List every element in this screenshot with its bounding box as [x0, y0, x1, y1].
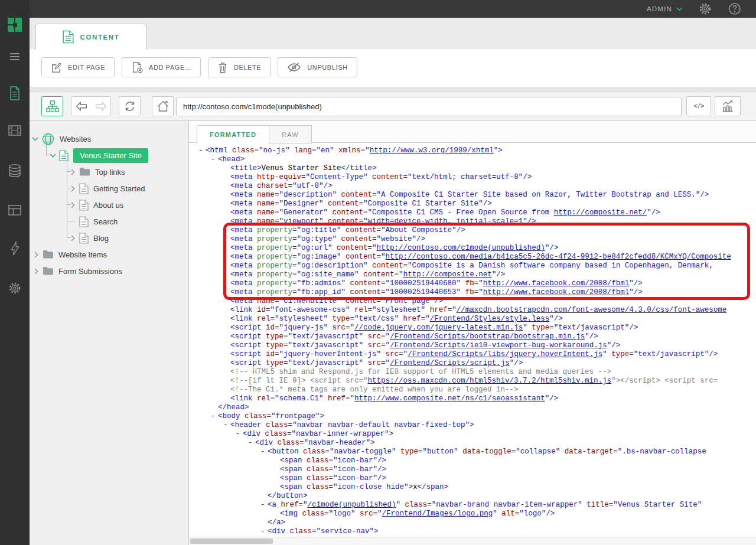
forward-button[interactable] — [91, 97, 110, 116]
tree-connector-line — [67, 204, 71, 205]
edit-page-button[interactable]: EDIT PAGE — [41, 57, 115, 77]
url-input[interactable] — [176, 97, 682, 116]
code-line: </head> — [198, 403, 756, 412]
back-button[interactable] — [71, 97, 91, 116]
horizontal-scrollbar[interactable] — [189, 537, 756, 545]
sidebar-item-menu[interactable] — [0, 45, 30, 68]
main-area: CONTENT EDIT PAGEADD PAGE...DELETEUNPUBL… — [30, 18, 756, 545]
topbar: ADMIN — [0, 0, 756, 18]
code-line: <!--[if lt IE 9]> <script src="https://o… — [198, 377, 756, 386]
tree-node-about-us[interactable]: About us — [70, 197, 123, 213]
collapse-marker[interactable]: - — [260, 448, 268, 456]
add-page-icon — [131, 61, 143, 73]
code-line: <meta property="og:url" content="http://… — [198, 244, 756, 253]
tab-formatted[interactable]: FORMATTED — [197, 125, 269, 143]
collapse-marker[interactable]: - — [236, 430, 243, 439]
tree-connector-line — [67, 237, 71, 238]
button-label: DELETE — [234, 64, 261, 71]
tree-node-website-items[interactable]: Website Items — [33, 246, 107, 263]
chevron-right-icon[interactable] — [33, 252, 40, 258]
chevron-down-icon — [676, 7, 683, 11]
chevron-down-icon[interactable] — [50, 154, 56, 158]
scrollbar-thumb[interactable] — [190, 539, 273, 544]
folder-icon — [43, 250, 54, 259]
code-line: <img class="logo" src="/Frontend/Images/… — [198, 510, 756, 518]
chevron-right-icon[interactable] — [70, 235, 76, 242]
code-line: <meta http-equiv="Content-Type" content=… — [198, 173, 756, 182]
perspective-tabstrip: CONTENT — [30, 18, 756, 49]
tree-node-form-submissions[interactable]: Form Submissions — [33, 263, 122, 279]
tree-node-top-links[interactable]: Top links — [70, 164, 125, 180]
code-line: -<div class="service-nav"> — [198, 527, 756, 536]
sidebar-item-layout[interactable] — [0, 198, 30, 222]
help-icon[interactable] — [728, 2, 742, 16]
functions-icon — [8, 241, 21, 256]
sidebar-item-data[interactable] — [0, 159, 30, 182]
code-line: <meta name="viewport" content="width=dev… — [198, 217, 756, 226]
divider — [30, 87, 756, 92]
sidebar-item-system[interactable] — [0, 276, 30, 300]
tree-node-label: Website Items — [58, 250, 107, 259]
tree-node-getting-started[interactable]: Getting Started — [70, 180, 145, 197]
admin-menu[interactable]: ADMIN — [647, 5, 683, 12]
code-line: <meta charset="utf-8"/> — [198, 182, 756, 191]
tree-node-label: Form Submissions — [58, 267, 122, 276]
collapse-marker[interactable]: - — [223, 421, 230, 430]
gear-icon — [8, 281, 22, 295]
code-line: -<div class="navbar-inner-wrapper"> — [198, 430, 756, 439]
tab-content-label: CONTENT — [80, 34, 120, 41]
tab-raw[interactable]: RAW — [269, 125, 312, 143]
tree-node-websites[interactable]: Websites — [32, 130, 91, 147]
code-line: <span class="icon-bar"/> — [198, 474, 756, 483]
add-page-button[interactable]: ADD PAGE... — [122, 57, 201, 77]
collapse-marker[interactable]: - — [198, 146, 206, 155]
chevron-right-icon[interactable] — [70, 202, 76, 208]
tree-node-venus-starter-site[interactable]: Venus Starter Site — [50, 147, 148, 164]
delete-button[interactable]: DELETE — [208, 57, 271, 77]
code-line: <!--The C1.* meta tags are only emitted … — [198, 386, 756, 394]
page-icon — [79, 216, 89, 227]
toggle-sitemap-button[interactable] — [41, 96, 63, 116]
sidebar-item-functions[interactable] — [0, 237, 30, 260]
chevron-right-icon[interactable] — [70, 185, 76, 192]
code-line: <link rel="stylesheet" type="text/css" h… — [198, 315, 756, 324]
code-line: <script type="text/javascript" src="/Fro… — [198, 332, 756, 341]
page-icon — [59, 150, 69, 161]
code-line: -<body class="frontpage"> — [198, 412, 756, 421]
chevron-right-icon[interactable] — [33, 268, 40, 275]
collapse-marker[interactable]: - — [260, 501, 268, 510]
page-icon — [79, 200, 89, 211]
code-line: <!-- HTML5 shim and Respond.js for IE8 s… — [198, 368, 756, 377]
layout-icon — [7, 203, 22, 217]
chevron-right-icon[interactable] — [70, 169, 76, 175]
tree-node-label: Top links — [95, 168, 125, 177]
unpublish-button[interactable]: UNPUBLISH — [278, 57, 357, 77]
chevron-down-icon[interactable] — [32, 137, 38, 141]
code-line: <meta name="description" content="A Comp… — [198, 191, 756, 200]
tree-node-blog[interactable]: Blog — [70, 230, 109, 246]
eye-slash-icon — [287, 62, 301, 73]
preview-navigation-bar: </> — [30, 92, 756, 121]
button-label: EDIT PAGE — [68, 64, 105, 71]
folder-icon — [79, 167, 90, 177]
sidebar-item-media[interactable] — [0, 119, 30, 142]
workspace: WebsitesVenus Starter SiteTop linksGetti… — [30, 121, 756, 545]
code-line: <meta property="og:type" content="websit… — [198, 235, 756, 244]
collapse-marker[interactable]: - — [211, 412, 218, 421]
settings-gear-icon[interactable] — [698, 2, 712, 16]
tree-node-label: About us — [93, 201, 123, 210]
collapse-marker[interactable]: - — [260, 527, 268, 536]
collapse-marker[interactable]: - — [248, 439, 255, 448]
collapse-marker[interactable]: - — [211, 155, 218, 164]
sidebar-item-content[interactable] — [0, 81, 30, 105]
refresh-button[interactable] — [119, 96, 141, 116]
code-line: <meta name="Generator" content="Composit… — [198, 208, 756, 217]
tree-node-label: Getting Started — [93, 184, 145, 193]
analytics-button[interactable] — [715, 96, 741, 116]
tab-content[interactable]: CONTENT — [35, 24, 146, 50]
view-source-button[interactable]: </> — [686, 96, 711, 116]
home-button[interactable] — [152, 96, 174, 116]
c1-logo[interactable] — [6, 16, 24, 34]
source-code-area: -<html class="no-js" lang="en" xmlns="ht… — [189, 143, 756, 537]
tree-node-search[interactable]: Search — [70, 213, 118, 230]
